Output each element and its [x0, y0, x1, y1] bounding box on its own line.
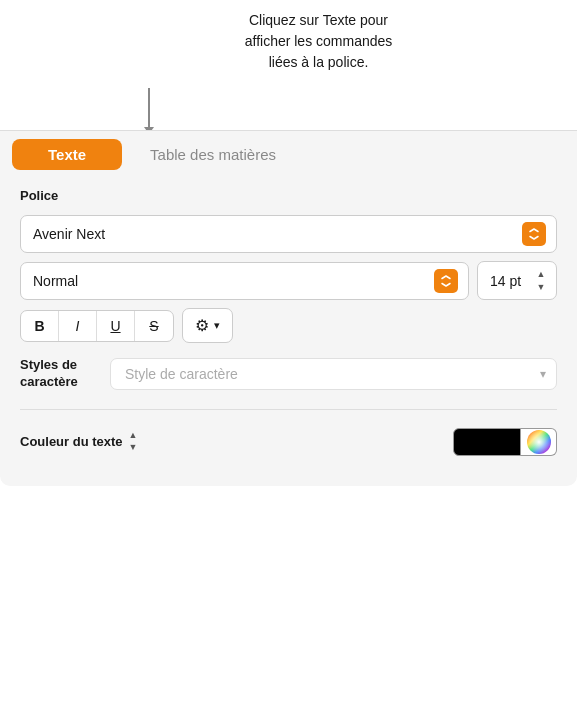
tab-table-matieres[interactable]: Table des matières: [130, 139, 296, 170]
color-swatch-black[interactable]: [453, 428, 521, 456]
color-label-group: Couleur du texte ▲ ▼: [20, 430, 138, 453]
gear-icon: ⚙: [195, 316, 209, 335]
tooltip-arrow: [148, 88, 150, 128]
font-style-label: Normal: [33, 273, 78, 289]
tab-bar: Texte Table des matières: [0, 131, 577, 170]
font-name-chevron-icon: [522, 222, 546, 246]
tab-texte[interactable]: Texte: [12, 139, 122, 170]
format-row: B I U S ⚙ ▾: [20, 308, 557, 343]
font-name-row: Avenir Next: [20, 215, 557, 253]
section-body: Police Avenir Next Normal: [0, 170, 577, 456]
color-stepper-down[interactable]: ▼: [129, 442, 138, 453]
color-wheel-icon: [526, 429, 552, 455]
color-label: Couleur du texte: [20, 434, 123, 449]
more-options-button[interactable]: ⚙ ▾: [182, 308, 233, 343]
font-size-down[interactable]: ▼: [532, 281, 550, 293]
tooltip-area: Cliquez sur Texte pour afficher les comm…: [0, 0, 577, 130]
svg-point-1: [527, 430, 551, 454]
char-style-label: Styles de caractère: [20, 357, 100, 391]
font-size-up[interactable]: ▲: [532, 268, 550, 280]
font-style-chevron-icon: [434, 269, 458, 293]
italic-icon: I: [76, 318, 80, 334]
tooltip-bubble: Cliquez sur Texte pour afficher les comm…: [245, 10, 393, 73]
char-style-row: Styles de caractère Style de caractère ▾: [20, 357, 557, 391]
divider: [20, 409, 557, 410]
text-color-stepper: ▲ ▼: [129, 430, 138, 453]
strikethrough-icon: S: [149, 318, 158, 334]
tooltip-text: Cliquez sur Texte pour afficher les comm…: [245, 12, 393, 70]
color-stepper-up[interactable]: ▲: [129, 430, 138, 441]
font-name-label: Avenir Next: [33, 226, 105, 242]
main-panel: Texte Table des matières Police Avenir N…: [0, 130, 577, 486]
underline-icon: U: [110, 318, 120, 334]
font-style-dropdown[interactable]: Normal: [20, 262, 469, 300]
bold-icon: B: [34, 318, 44, 334]
color-row: Couleur du texte ▲ ▼: [20, 428, 557, 456]
font-size-field[interactable]: 14 pt ▲ ▼: [477, 261, 557, 300]
style-size-row: Normal 14 pt ▲ ▼: [20, 261, 557, 300]
char-style-chevron-icon: ▾: [540, 367, 546, 381]
format-group: B I U S: [20, 310, 174, 342]
font-name-dropdown[interactable]: Avenir Next: [20, 215, 557, 253]
char-style-placeholder: Style de caractère: [125, 366, 238, 382]
chevron-down-icon: ▾: [214, 319, 220, 332]
color-wheel-button[interactable]: [521, 428, 557, 456]
color-swatch-group: [453, 428, 557, 456]
italic-button[interactable]: I: [59, 311, 97, 341]
bold-button[interactable]: B: [21, 311, 59, 341]
police-heading: Police: [20, 188, 557, 203]
font-size-stepper: ▲ ▼: [532, 268, 550, 293]
font-size-label: 14 pt: [490, 273, 526, 289]
strikethrough-button[interactable]: S: [135, 311, 173, 341]
underline-button[interactable]: U: [97, 311, 135, 341]
char-style-dropdown[interactable]: Style de caractère ▾: [110, 358, 557, 390]
